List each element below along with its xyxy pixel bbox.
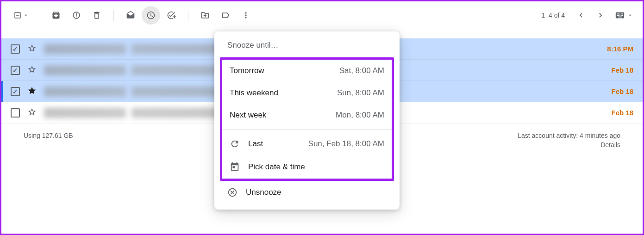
- last-time: Sun, Feb 18, 8:00 AM: [308, 139, 384, 148]
- spam-icon: [72, 11, 81, 20]
- snooze-option-time: Sat, 8:00 AM: [339, 66, 384, 75]
- snooze-option-time: Mon, 8:00 AM: [336, 111, 384, 120]
- move-to-button[interactable]: [196, 6, 214, 25]
- folder-move-icon: [200, 11, 210, 20]
- unsnooze-option[interactable]: Unsnooze: [214, 181, 400, 204]
- prev-page-button[interactable]: [572, 6, 590, 24]
- more-button[interactable]: [237, 6, 255, 25]
- dropdown-icon: [23, 12, 29, 19]
- dropdown-icon: [627, 12, 633, 19]
- highlighted-options: TomorrowSat, 8:00 AMThis weekendSun, 8:0…: [220, 57, 394, 181]
- snooze-option-label: Tomorrow: [230, 66, 264, 75]
- email-checkbox[interactable]: [11, 44, 20, 54]
- next-page-button[interactable]: [592, 6, 609, 24]
- snooze-title: Snooze until…: [214, 31, 400, 57]
- more-vert-icon: [241, 11, 250, 20]
- activity-label: Last account activity: 4 minutes ago: [518, 132, 620, 139]
- mail-open-icon: [126, 11, 135, 20]
- snooze-option[interactable]: Next weekMon, 8:00 AM: [222, 104, 392, 126]
- star-icon[interactable]: [27, 43, 37, 55]
- email-time: Feb 18: [601, 66, 633, 74]
- snooze-option-label: Next week: [230, 111, 266, 120]
- snooze-option[interactable]: This weekendSun, 8:00 AM: [222, 82, 392, 104]
- mark-unread-button[interactable]: [121, 6, 140, 25]
- snooze-option-label: This weekend: [230, 88, 278, 98]
- pick-label: Pick date & time: [248, 162, 384, 172]
- snooze-last-option[interactable]: Last Sun, Feb 18, 8:00 AM: [222, 132, 392, 155]
- email-checkbox[interactable]: [11, 87, 20, 96]
- chevron-right-icon: [596, 11, 605, 20]
- snooze-pick-datetime[interactable]: Pick date & time: [222, 155, 392, 179]
- divider: [222, 129, 392, 130]
- email-time: Feb 18: [601, 87, 633, 95]
- checkbox-outline-icon: [13, 11, 22, 19]
- report-spam-button[interactable]: [67, 6, 86, 25]
- storage-label: Using 127.61 GB: [24, 132, 73, 148]
- star-icon[interactable]: [27, 86, 37, 97]
- star-icon[interactable]: [27, 65, 37, 76]
- toolbar: 1–4 of 4: [1, 1, 643, 29]
- label-icon: [221, 11, 230, 20]
- snooze-option[interactable]: TomorrowSat, 8:00 AM: [222, 60, 392, 82]
- email-time: 8:16 PM: [601, 45, 633, 53]
- last-label: Last: [248, 139, 300, 148]
- separator: [113, 10, 114, 21]
- archive-icon: [51, 11, 61, 20]
- calendar-icon: [230, 162, 240, 172]
- chevron-left-icon: [576, 11, 586, 20]
- star-icon[interactable]: [27, 107, 37, 118]
- trash-icon: [92, 11, 101, 20]
- snooze-button[interactable]: [142, 6, 160, 25]
- keyboard-icon: [615, 10, 625, 20]
- refresh-icon: [230, 139, 240, 149]
- separator: [188, 10, 188, 21]
- cancel-icon: [227, 187, 238, 198]
- email-checkbox[interactable]: [11, 108, 20, 118]
- add-task-icon: [167, 11, 176, 20]
- clock-icon: [146, 11, 156, 20]
- add-to-tasks-button[interactable]: [162, 6, 181, 25]
- input-tools-button[interactable]: [615, 10, 633, 20]
- snooze-menu: Snooze until… TomorrowSat, 8:00 AMThis w…: [214, 31, 400, 210]
- unsnooze-label: Unsnooze: [246, 188, 281, 197]
- delete-button[interactable]: [88, 6, 106, 25]
- archive-button[interactable]: [47, 6, 65, 25]
- labels-button[interactable]: [216, 6, 235, 25]
- pagination-label: 1–4 of 4: [541, 12, 565, 19]
- details-link[interactable]: Details: [518, 141, 620, 148]
- snooze-option-time: Sun, 8:00 AM: [337, 88, 384, 98]
- select-all-dropdown[interactable]: [11, 8, 32, 22]
- email-checkbox[interactable]: [11, 66, 20, 75]
- email-time: Feb 18: [601, 109, 633, 117]
